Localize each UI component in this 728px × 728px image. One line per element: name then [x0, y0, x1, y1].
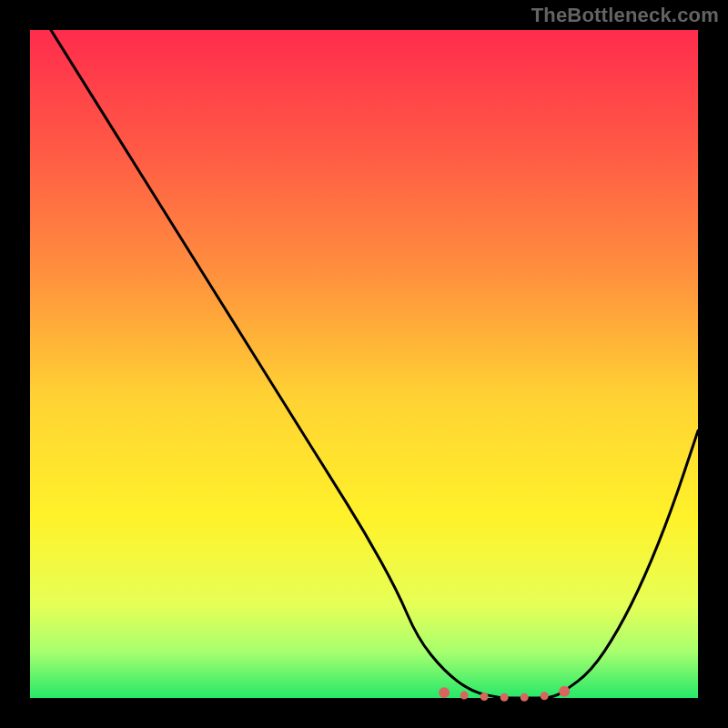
optimal-marker	[521, 693, 529, 702]
optimal-marker	[480, 693, 489, 701]
optimal-marker	[500, 693, 509, 702]
chart-container: TheBottleneck.com	[0, 0, 728, 728]
watermark-text: TheBottleneck.com	[531, 4, 719, 27]
bottleneck-chart	[0, 0, 728, 728]
optimal-marker	[439, 687, 450, 698]
plot-background	[30, 30, 698, 698]
optimal-marker	[541, 692, 549, 700]
optimal-marker	[460, 692, 469, 700]
optimal-marker	[559, 686, 570, 697]
